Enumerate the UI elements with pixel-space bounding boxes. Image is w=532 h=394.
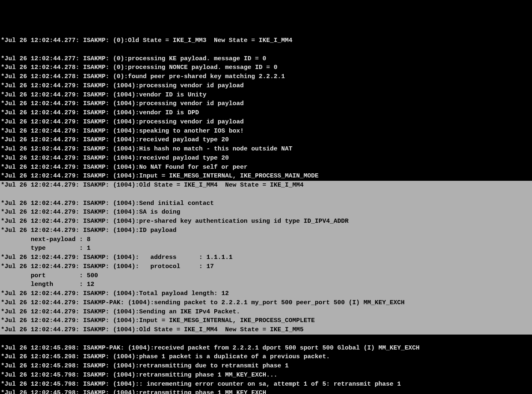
log-line: *Jul 26 12:02:44.277: ISAKMP: (0):Old St… [0,36,532,45]
log-line: *Jul 26 12:02:45.298: ISAKMP: (1004):ret… [0,362,532,371]
log-line: type : 1 [0,244,532,253]
log-line: *Jul 26 12:02:45.298: ISAKMP: (1004):pha… [0,352,532,362]
log-line: *Jul 26 12:02:44.278: ISAKMP: (0):found … [0,72,532,81]
log-line: *Jul 26 12:02:44.279: ISAKMP: (1004):pro… [0,118,532,127]
log-line [0,45,532,54]
log-line: *Jul 26 12:02:44.279: ISAKMP: (1004):pro… [0,81,532,91]
log-line [0,335,532,344]
log-line: *Jul 26 12:02:44.279: ISAKMP: (1004):Sen… [0,308,532,317]
log-line: *Jul 26 12:02:44.279: ISAKMP: (1004):Tot… [0,289,532,298]
log-line: *Jul 26 12:02:44.278: ISAKMP: (0):proces… [0,63,532,72]
log-line: *Jul 26 12:02:44.279: ISAKMP: (1004):Old… [0,325,532,335]
log-line: *Jul 26 12:02:44.279: ISAKMP: (1004):His… [0,145,532,154]
log-line: *Jul 26 12:02:44.279: ISAKMP: (1004):ven… [0,91,532,100]
log-line: *Jul 26 12:02:44.279: ISAKMP: (1004):spe… [0,127,532,136]
log-line: length : 12 [0,280,532,289]
log-line: *Jul 26 12:02:44.279: ISAKMP: (1004):ID … [0,226,532,235]
log-line: next-payload : 8 [0,235,532,244]
terminal-output[interactable]: *Jul 26 12:02:44.277: ISAKMP: (0):Old St… [0,36,532,394]
log-line: *Jul 26 12:02:45.798: ISAKMP: (1004):ret… [0,371,532,380]
log-line: port : 500 [0,271,532,281]
log-line: *Jul 26 12:02:45.798: ISAKMP: (1004):: i… [0,380,532,389]
log-line: *Jul 26 12:02:44.279: ISAKMP: (1004):No … [0,163,532,172]
log-line: *Jul 26 12:02:44.279: ISAKMP: (1004):pro… [0,99,532,108]
log-line: *Jul 26 12:02:44.279: ISAKMP: (1004):SA … [0,208,532,217]
log-line: *Jul 26 12:02:44.279: ISAKMP: (1004):Old… [0,181,532,190]
log-line: *Jul 26 12:02:44.279: ISAKMP: (1004):rec… [0,135,532,145]
log-line: *Jul 26 12:02:44.279: ISAKMP: (1004):ven… [0,108,532,118]
log-line: *Jul 26 12:02:44.279: ISAKMP: (1004):Sen… [0,199,532,208]
log-line: *Jul 26 12:02:44.279: ISAKMP: (1004):pre… [0,217,532,226]
log-line: *Jul 26 12:02:44.279: ISAKMP: (1004):Inp… [0,172,532,181]
log-line: *Jul 26 12:02:44.279: ISAKMP: (1004): ad… [0,253,532,262]
log-line: *Jul 26 12:02:44.279: ISAKMP-PAK: (1004)… [0,298,532,308]
log-line: *Jul 26 12:02:44.279: ISAKMP: (1004):rec… [0,154,532,163]
log-line: *Jul 26 12:02:45.798: ISAKMP: (1004):ret… [0,389,532,394]
log-line [0,190,532,199]
log-line: *Jul 26 12:02:44.279: ISAKMP: (1004): pr… [0,262,532,271]
log-line: *Jul 26 12:02:44.279: ISAKMP: (1004):Inp… [0,316,532,325]
log-line: *Jul 26 12:02:45.298: ISAKMP-PAK: (1004)… [0,344,532,353]
log-line: *Jul 26 12:02:44.277: ISAKMP: (0):proces… [0,54,532,64]
